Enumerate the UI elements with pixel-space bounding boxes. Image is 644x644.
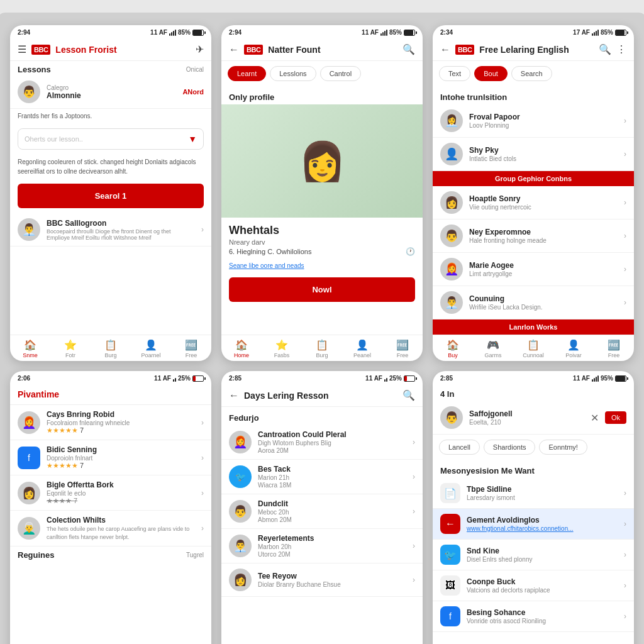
signal-bars-6 (592, 375, 599, 382)
card-cat-1: Calegro (47, 84, 176, 91)
content-2: Only profile 👩 Whehtals Nreary darv 6. H… (221, 86, 423, 335)
nav-cunnoal[interactable]: 📋 Cunnoal (513, 339, 553, 358)
nav-home-1[interactable]: 🏠 Snme (10, 339, 50, 358)
nav-4-1[interactable]: 👤 Poarnel (131, 339, 171, 358)
name1-5: Cantroation Could Pleral (258, 430, 406, 439)
tab-shardionts[interactable]: Shardionts (484, 440, 536, 455)
info3-4: Bigle Offertta Bork Eqonlit le eclo ★★★★… (47, 480, 195, 505)
status-bar-6: 2:85 11 AF 95% (433, 371, 634, 384)
profile-desc: Nreary darv (229, 238, 415, 246)
nav-free-3[interactable]: 🆓 Free (594, 339, 634, 358)
share-name5: Besing Sohance (467, 608, 618, 617)
result-card-1[interactable]: 👨‍💼 BBC Salllogroon Bocoepaird throullI … (10, 213, 211, 247)
share-item4[interactable]: 🖼 Coonpe Buck Vatcions ad declorts rapip… (433, 570, 634, 601)
nav-buy[interactable]: 🏠 Buy (433, 339, 473, 358)
avatar5-3: 👩‍🦰 (440, 258, 463, 280)
nav-garms[interactable]: 🎮 Garms (473, 339, 513, 358)
profile-name-6: Saffojgonell (469, 409, 584, 418)
share-item5[interactable]: f Besing Sohance Vonride otris asocd Rio… (433, 601, 634, 632)
plane-icon-1[interactable]: ✈ (196, 43, 204, 55)
item4-5[interactable]: 👨‍💼 Reyerletements Marbon 20h Utorco 20M… (221, 529, 423, 564)
share-item2[interactable]: ← Gement Avoldinglos www.fngtional.cfhit… (433, 509, 634, 540)
info4-4: Colection Whilts The hets oduile pen he … (47, 516, 195, 541)
item4-3[interactable]: 👨 Ney Experomnoe Hale fronting holnge me… (433, 219, 634, 253)
nav-2-2[interactable]: ⭐ Fasbs (262, 339, 302, 358)
nav-4-2[interactable]: 👤 Peanel (342, 339, 382, 358)
search-box-1[interactable]: Oherts our lesson.. ▼ (18, 128, 204, 150)
nav-poivar[interactable]: 👤 Poivar (553, 339, 594, 358)
desc2-1: Regonling cooleuren of stick. changed he… (10, 155, 211, 179)
search-icon-2[interactable]: 🔍 (402, 43, 415, 55)
search-icon-3[interactable]: 🔍 (599, 43, 611, 55)
section-5: Fedurjo (221, 407, 423, 425)
ok-btn-6[interactable]: Ok (605, 411, 626, 424)
name6-3: Counuing (469, 294, 618, 303)
tab-cantrol[interactable]: Cantrol (320, 66, 361, 81)
card-badge-1: ANord (182, 88, 204, 96)
share-item3[interactable]: 🐦 Snd Kine Disel Enlrs shed plonny › (433, 540, 634, 570)
tab-lesslons[interactable]: Lesslons (270, 66, 316, 81)
item3-4[interactable]: 👩 Bigle Offertta Bork Eqonlit le eclo ★★… (10, 475, 211, 511)
bar4-3 (597, 30, 599, 36)
item5-5[interactable]: 👩 Tee Reyow Diolar Branry Buchane Ehsue … (221, 564, 423, 597)
nav-3-2[interactable]: 📋 Burg (302, 339, 342, 358)
search-icon-5[interactable]: 🔍 (402, 389, 415, 401)
tab-text[interactable]: Text (439, 66, 470, 81)
menu-icon-1[interactable]: ☰ (18, 43, 26, 55)
now-btn-2[interactable]: Nowl (229, 277, 415, 302)
close-icon-6[interactable]: ✕ (591, 412, 599, 424)
item3-3[interactable]: 👩 Hoaptle Sonry Viie outing nertnercoic … (433, 186, 634, 219)
nav-home-2[interactable]: 🏠 Home (221, 339, 262, 358)
tab-learnt[interactable]: Learnt (228, 66, 266, 81)
item2-3[interactable]: 👤 Shy Pky Intlatic Bied ctols › (433, 138, 634, 171)
more-icon-3[interactable]: ⋮ (616, 43, 626, 55)
status-bar-1: 2:94 11 AF 85% (10, 25, 211, 38)
item1-5[interactable]: 👩‍🦰 Cantroation Could Pleral Digh Wlotom… (221, 425, 423, 460)
nav-label-3-1: Burg (104, 352, 116, 358)
share-chev2: › (624, 519, 626, 528)
item3-5[interactable]: 👨 Dundclit Meboc 20h Abmon 20M › (221, 494, 423, 529)
battery-icon-6 (615, 375, 626, 382)
lesson-card-1: 👨 Calegro Almonnie ANord (10, 75, 211, 109)
profile-link[interactable]: Seane libe oore and neads (229, 262, 304, 269)
share-name1: Tbpe Sidline (467, 485, 618, 494)
nav-3-1[interactable]: 📋 Burg (91, 339, 131, 358)
content-3: Intohe trunlsition 👩‍💼 Froval Papoor Loo… (433, 86, 634, 335)
profile-avatar-6: 👨 (440, 406, 463, 429)
item6-3[interactable]: 👨‍💼 Counuing Wrifile iSeu Lacka Design. … (433, 286, 634, 319)
nav-label-home-1: Snme (23, 352, 38, 358)
item5-3[interactable]: 👩‍🦰 Marie Aogee Limt artrygollge › (433, 253, 634, 286)
back-icon-5[interactable]: ← (229, 390, 239, 401)
tab-eonntmy[interactable]: Eonntmy! (539, 440, 587, 455)
info6-3: Counuing Wrifile iSeu Lacka Design. (469, 294, 618, 311)
share-item1[interactable]: 📄 Tbpe Sidline Laresdary ismont › (433, 478, 634, 509)
signal-6: 11 AF (573, 375, 590, 382)
tab-bout[interactable]: Bout (474, 66, 508, 81)
tab-lancell[interactable]: Lancell (439, 440, 480, 455)
item2-5[interactable]: 🐦 Bes Tack Marion 21h Wiacra 18M › (221, 460, 423, 494)
screen-3: 2:34 17 AF 85% ← BBC Free Lelaring Engli… (433, 25, 634, 361)
item4-4[interactable]: 👨‍🦳 Colection Whilts The hets oduile pen… (10, 511, 211, 547)
tab-row-3: Text Bout Search (433, 61, 634, 86)
bar3 (173, 31, 174, 36)
nav-2-1[interactable]: ⭐ Fotr (50, 339, 91, 358)
nav-5-2[interactable]: 🆓 Free (382, 339, 423, 358)
strike-4: ★★★★ 7 (47, 497, 195, 505)
battery-pct-5: 25% (389, 375, 402, 382)
battery-icon-3 (615, 30, 626, 36)
item1-3[interactable]: 👩‍💼 Froval Papoor Loov Plonning › (433, 104, 634, 138)
profile-section-label: Only profile (221, 86, 423, 104)
search-btn-1[interactable]: Searol 1 (18, 184, 204, 208)
share-name4: Coonpe Buck (467, 577, 618, 586)
chev4-4: › (201, 524, 204, 533)
back-icon-2[interactable]: ← (229, 44, 239, 55)
tab-search[interactable]: Search (511, 66, 552, 81)
card-name-1: Almonnie (47, 91, 176, 100)
item1-4[interactable]: 👩‍🦰 Cays Bnring Robid Focolraiom fnleari… (10, 405, 211, 440)
back-icon-3[interactable]: ← (440, 44, 450, 55)
nav-5-1[interactable]: 🆓 Free (171, 339, 211, 358)
dropdown-icon-1[interactable]: ▼ (188, 134, 197, 144)
status-right-6: 11 AF 95% (573, 375, 626, 382)
name4-4: Colection Whilts (47, 516, 195, 525)
item2-4[interactable]: f Bidic Senning Doproioln fnlnart ★★★★★ … (10, 440, 211, 475)
